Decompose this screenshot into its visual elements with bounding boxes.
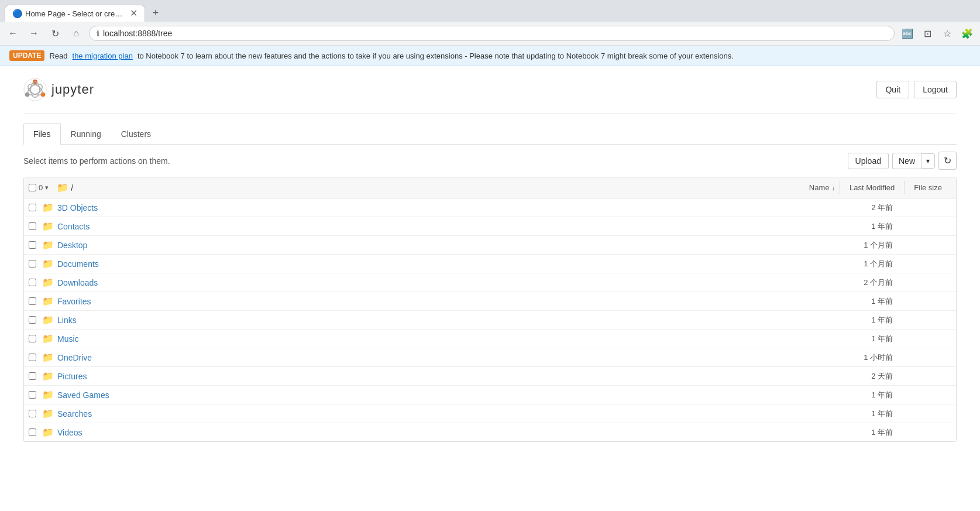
select-dropdown-arrow[interactable]: ▾ (45, 184, 49, 191)
file-checkbox-3[interactable] (29, 260, 36, 267)
file-checkbox-2[interactable] (29, 241, 36, 249)
table-row: 📁 Documents 1 个月前 (24, 255, 956, 273)
file-name-link[interactable]: 3D Objects (57, 203, 817, 212)
folder-icon: 📁 (42, 202, 54, 213)
file-name-link[interactable]: Links (57, 315, 817, 325)
folder-icon: 📁 (42, 314, 54, 325)
file-name-link[interactable]: Downloads (57, 278, 817, 287)
table-row: 📁 Pictures 2 天前 (24, 367, 956, 386)
file-checkbox-10[interactable] (29, 391, 36, 399)
update-badge: UPDATE (9, 50, 44, 61)
update-text-before: Read (49, 52, 67, 60)
breadcrumb: 📁 / (57, 182, 73, 193)
back-button[interactable]: ← (5, 25, 21, 42)
file-modified-time: 1 年前 (817, 334, 905, 344)
file-name-link[interactable]: Pictures (57, 372, 817, 381)
jupyter-logo-text: jupyter (51, 82, 94, 97)
file-checkbox-1[interactable] (29, 222, 36, 230)
file-name-link[interactable]: Favorites (57, 297, 817, 306)
file-checkbox-9[interactable] (29, 372, 36, 380)
refresh-files-button[interactable]: ↻ (938, 152, 957, 170)
new-button-main[interactable]: New (892, 153, 921, 169)
file-name-link[interactable]: Videos (57, 428, 817, 437)
extensions-icon[interactable]: 🧩 (959, 25, 975, 42)
table-row: 📁 Searches 1 年前 (24, 404, 956, 423)
folder-icon: 📁 (42, 389, 54, 400)
file-checkbox-0[interactable] (29, 204, 36, 211)
split-screen-icon[interactable]: ⊡ (919, 25, 936, 42)
file-modified-time: 1 年前 (817, 427, 905, 438)
file-modified-time: 1 年前 (817, 221, 905, 232)
file-browser: 0 ▾ 📁 / Name ↓ Last Modified File size (23, 177, 957, 442)
tab-files[interactable]: Files (23, 123, 61, 145)
forward-button[interactable]: → (26, 25, 42, 42)
upload-button[interactable]: Upload (848, 153, 889, 169)
file-checkbox-5[interactable] (29, 297, 36, 305)
folder-icon: 📁 (42, 352, 54, 363)
file-checkbox-8[interactable] (29, 354, 36, 361)
new-button-dropdown[interactable]: ▾ (921, 153, 935, 169)
folder-icon: 📁 (42, 371, 54, 382)
files-instruction-text: Select items to perform actions on them. (23, 156, 170, 166)
tab-running[interactable]: Running (61, 123, 111, 145)
table-row: 📁 Links 1 年前 (24, 311, 956, 330)
browser-tab-active[interactable]: 🔵 Home Page - Select or create a n ✕ (5, 5, 145, 22)
file-browser-toolbar: 0 ▾ 📁 / Name ↓ Last Modified File size (24, 177, 956, 198)
sort-by-name-button[interactable]: Name ↓ (804, 181, 840, 194)
refresh-button[interactable]: ↻ (47, 25, 63, 42)
files-actions: Upload New ▾ ↻ (848, 152, 957, 170)
url-input[interactable] (103, 29, 887, 38)
file-checkbox-12[interactable] (29, 428, 36, 436)
update-text-after: to Notebook 7 to learn about the new fea… (137, 52, 734, 60)
file-modified-time: 1 年前 (817, 315, 905, 325)
folder-icon: 📁 (42, 408, 54, 419)
file-checkbox-7[interactable] (29, 335, 36, 342)
file-checkbox-4[interactable] (29, 279, 36, 286)
tab-favicon: 🔵 (12, 9, 22, 18)
folder-icon: 📁 (42, 239, 54, 251)
favorites-icon[interactable]: ☆ (939, 25, 955, 42)
file-checkbox-11[interactable] (29, 410, 36, 417)
file-modified-time: 2 年前 (817, 203, 905, 213)
update-banner: UPDATE Read the migration plan to Notebo… (0, 46, 980, 66)
table-row: 📁 Favorites 1 年前 (24, 292, 956, 311)
main-tabs: Files Running Clusters (23, 123, 957, 145)
browser-chrome: 🔵 Home Page - Select or create a n ✕ + ←… (0, 0, 980, 46)
folder-icon: 📁 (42, 427, 54, 438)
table-row: 📁 Music 1 年前 (24, 330, 956, 348)
file-size-column-header[interactable]: File size (904, 181, 951, 194)
quit-button[interactable]: Quit (876, 81, 909, 98)
file-name-link[interactable]: Contacts (57, 222, 817, 231)
file-name-link[interactable]: Saved Games (57, 390, 817, 400)
last-modified-column-header[interactable]: Last Modified (840, 181, 904, 194)
migration-plan-link[interactable]: the migration plan (73, 52, 133, 60)
file-name-link[interactable]: OneDrive (57, 353, 817, 362)
file-name-link[interactable]: Documents (57, 259, 817, 269)
file-name-link[interactable]: Music (57, 334, 817, 344)
table-row: 📁 Contacts 1 年前 (24, 217, 956, 236)
file-modified-time: 1 小时前 (817, 352, 905, 363)
translate-icon[interactable]: 🔤 (899, 25, 916, 42)
file-modified-time: 1 年前 (817, 390, 905, 400)
sort-arrow-icon: ↓ (831, 184, 835, 191)
site-header: jupyter Quit Logout (23, 66, 957, 114)
tab-clusters[interactable]: Clusters (111, 123, 161, 145)
file-name-link[interactable]: Desktop (57, 241, 817, 250)
jupyter-logo: jupyter (23, 78, 94, 101)
table-row: 📁 3D Objects 2 年前 (24, 198, 956, 217)
folder-icon: 📁 (42, 258, 54, 269)
tab-close-button[interactable]: ✕ (130, 9, 137, 18)
breadcrumb-path: / (71, 183, 73, 193)
file-browser-toolbar-left: 0 ▾ 📁 / (29, 182, 804, 193)
header-buttons: Quit Logout (876, 81, 957, 98)
file-name-link[interactable]: Searches (57, 409, 817, 419)
file-checkbox-6[interactable] (29, 316, 36, 324)
file-modified-time: 2 天前 (817, 371, 905, 382)
select-all-checkbox[interactable] (29, 184, 36, 191)
address-bar-row: ← → ↻ ⌂ ℹ 🔤 ⊡ ☆ 🧩 (0, 22, 980, 45)
home-button[interactable]: ⌂ (68, 25, 84, 42)
security-icon: ℹ (97, 29, 99, 38)
address-bar[interactable]: ℹ (89, 26, 895, 41)
new-tab-button[interactable]: + (147, 5, 164, 22)
logout-button[interactable]: Logout (914, 81, 957, 98)
